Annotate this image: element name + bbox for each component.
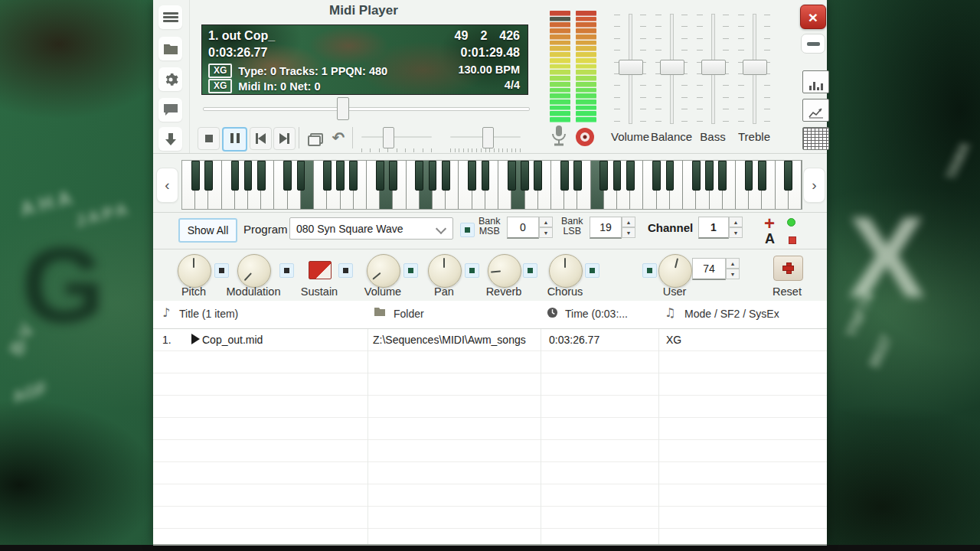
piano-black-key[interactable] xyxy=(468,161,476,191)
modulation-indicator[interactable] xyxy=(279,263,294,278)
pitch-knob[interactable] xyxy=(178,254,211,288)
slider-handle[interactable] xyxy=(701,60,726,75)
piano-black-key[interactable] xyxy=(692,161,701,191)
user-value-field[interactable]: 74 xyxy=(692,258,726,280)
bank-msb-field[interactable]: 0 xyxy=(507,217,539,239)
piano-black-key[interactable] xyxy=(784,161,792,191)
row-title[interactable]: Cop_out.mid xyxy=(202,334,263,346)
mixer-slider-treble[interactable]: Treble xyxy=(733,11,775,126)
piano-black-key[interactable] xyxy=(429,161,437,191)
chorus-indicator[interactable] xyxy=(585,263,599,278)
keyboard-scroll-left-button[interactable]: ‹ xyxy=(156,168,178,203)
piano-black-key[interactable] xyxy=(323,161,332,191)
column-title[interactable]: Title (1 item) xyxy=(179,308,238,320)
reverb-knob[interactable] xyxy=(488,254,521,288)
pitch-indicator[interactable] xyxy=(214,263,229,278)
channel-field[interactable]: 1 xyxy=(698,217,729,239)
download-button[interactable] xyxy=(158,127,182,151)
piano-black-key[interactable] xyxy=(758,161,766,191)
comments-button[interactable] xyxy=(158,98,182,122)
piano-black-key[interactable] xyxy=(666,161,675,191)
pause-button[interactable] xyxy=(222,127,247,152)
transport-slider-2-handle[interactable] xyxy=(482,127,494,148)
piano-black-key[interactable] xyxy=(349,161,358,191)
piano-black-key[interactable] xyxy=(718,161,727,191)
settings-button[interactable] xyxy=(158,67,182,91)
piano-black-key[interactable] xyxy=(482,161,490,191)
previous-button[interactable] xyxy=(250,127,272,150)
reset-button[interactable] xyxy=(773,256,803,281)
piano-black-key[interactable] xyxy=(534,161,542,191)
pan-indicator[interactable] xyxy=(465,263,479,278)
piano-black-key[interactable] xyxy=(231,161,240,191)
bank-msb-stepper[interactable]: ▲▼ xyxy=(539,217,553,238)
piano-black-key[interactable] xyxy=(257,161,266,191)
piano-black-key[interactable] xyxy=(376,161,384,191)
seek-handle[interactable] xyxy=(337,97,349,120)
up-arrow-icon[interactable]: ▲ xyxy=(622,217,635,227)
bank-lsb-stepper[interactable]: ▲▼ xyxy=(622,217,635,238)
column-folder[interactable]: Folder xyxy=(394,308,424,320)
bank-lsb-field[interactable]: 19 xyxy=(590,217,622,239)
add-channel-button[interactable]: + xyxy=(764,214,775,233)
down-arrow-icon[interactable]: ▼ xyxy=(726,269,740,279)
user-knob[interactable] xyxy=(658,254,692,288)
minimize-button[interactable] xyxy=(801,34,825,54)
mixer-slider-bass[interactable]: Bass xyxy=(692,11,733,126)
playlist-row[interactable]: 1. Cop_out.mid Z:\Sequences\MIDI\Awm_son… xyxy=(153,329,827,351)
volume-indicator[interactable] xyxy=(403,263,418,278)
piano-black-key[interactable] xyxy=(204,161,213,191)
down-arrow-icon[interactable]: ▼ xyxy=(539,227,553,238)
program-select[interactable]: 080 Syn Square Wave xyxy=(289,217,453,240)
piano-black-key[interactable] xyxy=(191,161,200,191)
chart-view-button[interactable] xyxy=(802,99,829,122)
piano-black-key[interactable] xyxy=(745,161,753,191)
up-arrow-icon[interactable]: ▲ xyxy=(726,258,740,269)
sustain-indicator[interactable] xyxy=(338,263,353,278)
auto-button[interactable]: A xyxy=(765,232,775,246)
slider-handle[interactable] xyxy=(743,60,767,75)
slider-handle[interactable] xyxy=(619,60,643,75)
undo-button[interactable]: ↶ xyxy=(328,127,349,148)
user-indicator[interactable] xyxy=(642,263,657,278)
piano-black-key[interactable] xyxy=(560,161,569,191)
microphone-icon[interactable] xyxy=(550,125,568,148)
column-mode[interactable]: Mode / SF2 / SysEx xyxy=(684,308,779,320)
windows-button[interactable] xyxy=(303,127,325,148)
volume-knob[interactable] xyxy=(367,254,400,288)
transport-slider-1[interactable] xyxy=(361,136,432,138)
piano-black-key[interactable] xyxy=(389,161,397,191)
piano-black-key[interactable] xyxy=(415,161,423,191)
modulation-knob[interactable] xyxy=(237,254,271,288)
chorus-knob[interactable] xyxy=(549,254,583,288)
user-stepper[interactable]: ▲▼ xyxy=(726,258,740,279)
stop-button[interactable] xyxy=(198,127,220,150)
menu-button[interactable] xyxy=(158,5,182,29)
piano-black-key[interactable] xyxy=(508,161,516,191)
mixer-slider-volume[interactable]: Volume xyxy=(609,11,651,126)
close-button[interactable]: × xyxy=(800,5,826,29)
open-folder-button[interactable] xyxy=(158,37,182,60)
piano-black-key[interactable] xyxy=(705,161,714,191)
slider-handle[interactable] xyxy=(660,60,684,75)
reverb-indicator[interactable] xyxy=(523,263,537,278)
histogram-view-button[interactable] xyxy=(802,70,829,93)
keyboard-scroll-right-button[interactable]: › xyxy=(803,168,825,203)
piano-black-key[interactable] xyxy=(599,161,608,191)
mixer-slider-balance[interactable]: Balance xyxy=(651,11,692,126)
record-indicator[interactable] xyxy=(576,128,594,146)
channel-stepper[interactable]: ▲▼ xyxy=(729,217,743,238)
pan-knob[interactable] xyxy=(428,254,462,288)
column-time[interactable]: Time (0:03:... xyxy=(565,308,628,320)
piano-black-key[interactable] xyxy=(283,161,292,191)
piano-black-key[interactable] xyxy=(336,161,345,191)
up-arrow-icon[interactable]: ▲ xyxy=(729,217,743,227)
piano-black-key[interactable] xyxy=(297,161,305,191)
piano-black-key[interactable] xyxy=(573,161,582,191)
up-arrow-icon[interactable]: ▲ xyxy=(539,217,553,227)
piano-black-key[interactable] xyxy=(652,161,661,191)
transport-slider-1-handle[interactable] xyxy=(383,127,394,148)
down-arrow-icon[interactable]: ▼ xyxy=(729,227,743,238)
show-all-button[interactable]: Show All xyxy=(178,218,237,243)
seek-bar[interactable] xyxy=(203,107,530,111)
